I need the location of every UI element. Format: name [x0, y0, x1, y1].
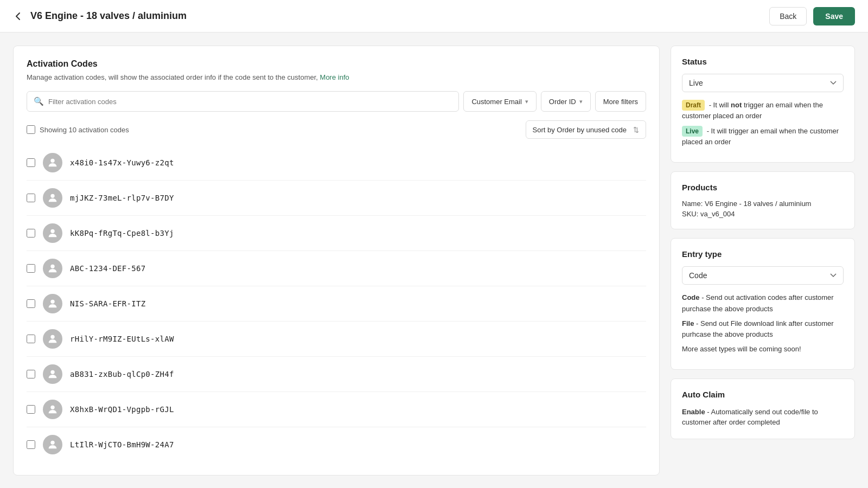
chevron-down-icon: ▾ [579, 98, 583, 105]
coming-soon-note: More asset types will be coming soon! [682, 344, 844, 355]
app-header: V6 Engine - 18 valves / aluminium Back S… [0, 0, 868, 33]
code-row: X8hxB-WrQD1-Vpgpb-rGJL [27, 392, 646, 427]
entry-type-select[interactable]: Code File [682, 266, 844, 285]
code-checkbox[interactable] [27, 370, 35, 378]
user-icon [47, 439, 59, 451]
user-icon [47, 298, 59, 310]
avatar [43, 364, 62, 384]
code-value: mjJKZ-73meL-rlp7v-B7DY [70, 194, 174, 202]
code-value: aB831-zxBub-qlCp0-ZH4f [70, 370, 174, 378]
select-all-checkbox[interactable] [27, 125, 35, 134]
svg-point-7 [50, 406, 54, 409]
user-icon [47, 368, 59, 380]
auto-claim-note: Enable - Automatically send out code/fil… [682, 407, 844, 428]
avatar [43, 294, 62, 313]
more-info-link[interactable]: More info [320, 73, 349, 81]
avatar [43, 259, 62, 278]
right-panel: Status Live Draft Draft - It will not tr… [671, 46, 855, 476]
code-value: LtIlR-WjCTO-BmH9W-24A7 [70, 440, 174, 449]
order-id-filter-button[interactable]: Order ID ▾ [541, 91, 591, 112]
code-row: LtIlR-WjCTO-BmH9W-24A7 [27, 427, 646, 462]
user-icon [47, 157, 59, 169]
svg-point-8 [50, 441, 54, 445]
avatar [43, 400, 62, 419]
svg-point-1 [50, 194, 54, 198]
main-layout: Activation Codes Manage activation codes… [0, 33, 868, 488]
avatar [43, 223, 62, 243]
search-wrapper: 🔍 [27, 91, 459, 112]
more-filters-button[interactable]: More filters [595, 91, 646, 112]
code-entry-note: Code - Send out activation codes after c… [682, 292, 844, 315]
draft-status-note: Draft - It will not trigger an email whe… [682, 100, 844, 121]
file-entry-note: File - Send out File download link after… [682, 318, 844, 341]
status-select[interactable]: Live Draft [682, 74, 844, 92]
code-row: aB831-zxBub-qlCp0-ZH4f [27, 357, 646, 392]
customer-email-filter-button[interactable]: Customer Email ▾ [463, 91, 536, 112]
code-row: ABC-1234-DEF-567 [27, 251, 646, 286]
code-value: kK8Pq-fRgTq-Cpe8l-b3Yj [70, 229, 174, 237]
avatar [43, 188, 62, 208]
entry-type-card: Entry type Code File Code - Send out act… [671, 238, 855, 370]
svg-point-4 [50, 300, 54, 304]
entry-type-title: Entry type [682, 249, 844, 259]
code-row: x48i0-1s47x-Yuwy6-z2qt [27, 145, 646, 181]
save-button[interactable]: Save [813, 7, 855, 25]
code-value: rHilY-rM9IZ-EUtLs-xlAW [70, 335, 174, 343]
code-checkbox[interactable] [27, 229, 35, 237]
left-panel: Activation Codes Manage activation codes… [13, 46, 660, 476]
code-value: ABC-1234-DEF-567 [70, 264, 145, 273]
avatar [43, 329, 62, 349]
filter-bar: 🔍 Customer Email ▾ Order ID ▾ More filte… [27, 91, 646, 112]
code-row: kK8Pq-fRgTq-Cpe8l-b3Yj [27, 216, 646, 251]
auto-claim-card: Auto Claim Enable - Automatically send o… [671, 378, 855, 439]
panel-title: Activation Codes [27, 59, 646, 69]
status-title: Status [682, 57, 844, 66]
svg-point-2 [50, 229, 54, 233]
chevron-down-icon: ▾ [525, 98, 528, 105]
products-title: Products [682, 183, 844, 192]
code-value: NIS-SARA-EFR-ITZ [70, 299, 145, 308]
code-checkbox[interactable] [27, 264, 35, 273]
svg-point-6 [50, 370, 54, 374]
back-button[interactable]: Back [769, 7, 807, 25]
user-icon [47, 192, 59, 204]
back-arrow-button[interactable] [13, 11, 24, 22]
avatar [43, 435, 62, 454]
code-checkbox[interactable] [27, 299, 35, 308]
live-badge: Live [682, 126, 703, 137]
user-icon [47, 262, 59, 274]
code-checkbox[interactable] [27, 335, 35, 343]
live-status-note: Live - It will trigger an email when the… [682, 126, 844, 147]
svg-point-3 [50, 265, 54, 268]
page-title: V6 Engine - 18 valves / aluminium [30, 10, 769, 22]
user-icon [47, 403, 59, 415]
showing-bar: Showing 10 activation codes Sort by Orde… [27, 120, 646, 143]
avatar [43, 153, 62, 172]
code-value: X8hxB-WrQD1-Vpgpb-rGJL [70, 405, 174, 414]
product-name: Name: V6 Engine - 18 valves / aluminium [682, 200, 844, 208]
code-checkbox[interactable] [27, 440, 35, 449]
status-card: Status Live Draft Draft - It will not tr… [671, 46, 855, 163]
code-list: x48i0-1s47x-Yuwy6-z2qt mjJKZ-73meL-rlp7v… [27, 145, 646, 462]
code-row: mjJKZ-73meL-rlp7v-B7DY [27, 181, 646, 216]
showing-text: Showing 10 activation codes [27, 125, 129, 134]
user-icon [47, 333, 59, 345]
draft-badge: Draft [682, 100, 705, 111]
search-input[interactable] [48, 98, 452, 106]
code-checkbox[interactable] [27, 158, 35, 167]
sort-select[interactable]: Sort by Order by unused code ⇅ [526, 120, 646, 139]
code-checkbox[interactable] [27, 405, 35, 414]
sort-chevron-icon: ⇅ [633, 126, 639, 134]
code-checkbox[interactable] [27, 194, 35, 202]
product-sku: SKU: va_v6_004 [682, 210, 844, 218]
svg-point-0 [50, 159, 54, 163]
code-value: x48i0-1s47x-Yuwy6-z2qt [70, 158, 174, 167]
svg-point-5 [50, 335, 54, 339]
user-icon [47, 227, 59, 239]
panel-desc: Manage activation codes, will show the a… [27, 73, 646, 81]
search-icon: 🔍 [34, 97, 44, 106]
header-actions: Back Save [769, 7, 855, 25]
code-row: rHilY-rM9IZ-EUtLs-xlAW [27, 322, 646, 357]
auto-claim-title: Auto Claim [682, 390, 844, 399]
products-card: Products Name: V6 Engine - 18 valves / a… [671, 171, 855, 229]
